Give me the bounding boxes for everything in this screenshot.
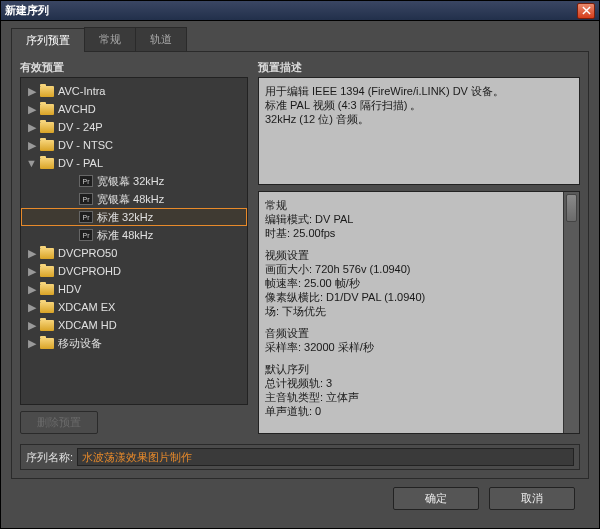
left-header: 有效预置 bbox=[20, 60, 248, 75]
detail-heading: 常规 bbox=[265, 198, 557, 212]
tab-panel: 有效预置 ▶AVC-Intra ▶AVCHD ▶DV - 24P ▶DV - N… bbox=[11, 52, 589, 479]
close-button[interactable] bbox=[577, 3, 595, 19]
detail-line: 单声道轨: 0 bbox=[265, 404, 557, 418]
tree-label: XDCAM EX bbox=[58, 301, 115, 313]
tree-item-mobile[interactable]: ▶移动设备 bbox=[21, 334, 247, 352]
detail-line: 时基: 25.00fps bbox=[265, 226, 557, 240]
folder-icon bbox=[40, 122, 54, 133]
sequence-name-row: 序列名称: bbox=[20, 444, 580, 470]
scrollbar[interactable] bbox=[563, 192, 579, 433]
chevron-right-icon: ▶ bbox=[27, 301, 36, 314]
ok-button[interactable]: 确定 bbox=[393, 487, 479, 510]
tree-label: XDCAM HD bbox=[58, 319, 117, 331]
delete-preset-button: 删除预置 bbox=[20, 411, 98, 434]
scroll-thumb[interactable] bbox=[566, 194, 577, 222]
folder-icon bbox=[40, 248, 54, 259]
tree-label: HDV bbox=[58, 283, 81, 295]
folder-icon bbox=[40, 86, 54, 97]
chevron-right-icon: ▶ bbox=[27, 247, 36, 260]
folder-icon bbox=[40, 338, 54, 349]
cancel-button[interactable]: 取消 bbox=[489, 487, 575, 510]
folder-icon bbox=[40, 158, 54, 169]
folder-icon bbox=[40, 320, 54, 331]
tree-label: 标准 48kHz bbox=[97, 228, 153, 243]
tab-preset[interactable]: 序列预置 bbox=[11, 28, 85, 52]
tree-item-dvpal-std48[interactable]: Pr标准 48kHz bbox=[21, 226, 247, 244]
preset-icon: Pr bbox=[79, 211, 93, 223]
dialog-window: 新建序列 序列预置 常规 轨道 有效预置 ▶AVC-Intra ▶AVCHD ▶… bbox=[0, 0, 600, 529]
preset-icon: Pr bbox=[79, 175, 93, 187]
tree-item-avchd[interactable]: ▶AVCHD bbox=[21, 100, 247, 118]
tree-item-dvcpro50[interactable]: ▶DVCPRO50 bbox=[21, 244, 247, 262]
details-wrap: 常规 编辑模式: DV PAL 时基: 25.00fps 视频设置 画面大小: … bbox=[258, 191, 580, 434]
window-title: 新建序列 bbox=[5, 3, 577, 18]
folder-icon bbox=[40, 140, 54, 151]
sequence-name-label: 序列名称: bbox=[26, 450, 73, 465]
detail-line: 画面大小: 720h 576v (1.0940) bbox=[265, 262, 557, 276]
detail-line: 编辑模式: DV PAL bbox=[265, 212, 557, 226]
tree-label: DV - NTSC bbox=[58, 139, 113, 151]
detail-line: 像素纵横比: D1/DV PAL (1.0940) bbox=[265, 290, 557, 304]
detail-line: 采样率: 32000 采样/秒 bbox=[265, 340, 557, 354]
tree-item-dvcprohd[interactable]: ▶DVCPROHD bbox=[21, 262, 247, 280]
columns: 有效预置 ▶AVC-Intra ▶AVCHD ▶DV - 24P ▶DV - N… bbox=[20, 60, 580, 434]
dialog-body: 序列预置 常规 轨道 有效预置 ▶AVC-Intra ▶AVCHD ▶DV - … bbox=[1, 21, 599, 528]
chevron-right-icon: ▶ bbox=[27, 283, 36, 296]
tree-item-xdcamex[interactable]: ▶XDCAM EX bbox=[21, 298, 247, 316]
left-column: 有效预置 ▶AVC-Intra ▶AVCHD ▶DV - 24P ▶DV - N… bbox=[20, 60, 248, 434]
tree-label: DV - PAL bbox=[58, 157, 103, 169]
spacer bbox=[265, 318, 557, 326]
right-header: 预置描述 bbox=[258, 60, 580, 75]
tree-item-hdv[interactable]: ▶HDV bbox=[21, 280, 247, 298]
tree-label: 宽银幕 48kHz bbox=[97, 192, 164, 207]
close-icon bbox=[582, 6, 591, 15]
tree-item-dvntsc[interactable]: ▶DV - NTSC bbox=[21, 136, 247, 154]
chevron-right-icon: ▶ bbox=[27, 319, 36, 332]
chevron-down-icon: ▼ bbox=[27, 157, 36, 169]
detail-line: 场: 下场优先 bbox=[265, 304, 557, 318]
tab-tracks[interactable]: 轨道 bbox=[135, 27, 187, 51]
detail-line: 主音轨类型: 立体声 bbox=[265, 390, 557, 404]
spacer bbox=[265, 240, 557, 248]
spacer bbox=[265, 354, 557, 362]
tree-label: DVCPROHD bbox=[58, 265, 121, 277]
tree-item-dv24p[interactable]: ▶DV - 24P bbox=[21, 118, 247, 136]
tree-label: 宽银幕 32kHz bbox=[97, 174, 164, 189]
tree-item-dvpal-std32[interactable]: Pr标准 32kHz bbox=[21, 208, 247, 226]
tab-general[interactable]: 常规 bbox=[84, 27, 136, 51]
tab-bar: 序列预置 常规 轨道 bbox=[11, 27, 589, 52]
tree-label: 标准 32kHz bbox=[97, 210, 153, 225]
detail-line: 帧速率: 25.00 帧/秒 bbox=[265, 276, 557, 290]
folder-icon bbox=[40, 266, 54, 277]
chevron-right-icon: ▶ bbox=[27, 337, 36, 350]
preset-icon: Pr bbox=[79, 193, 93, 205]
tree-item-dvpal[interactable]: ▼DV - PAL bbox=[21, 154, 247, 172]
desc-line: 32kHz (12 位) 音频。 bbox=[265, 112, 573, 126]
folder-icon bbox=[40, 104, 54, 115]
tree-label: AVCHD bbox=[58, 103, 96, 115]
chevron-right-icon: ▶ bbox=[27, 121, 36, 134]
preset-tree[interactable]: ▶AVC-Intra ▶AVCHD ▶DV - 24P ▶DV - NTSC ▼… bbox=[20, 77, 248, 405]
chevron-right-icon: ▶ bbox=[27, 139, 36, 152]
tree-item-xdcamhd[interactable]: ▶XDCAM HD bbox=[21, 316, 247, 334]
tree-item-dvpal-ws32[interactable]: Pr宽银幕 32kHz bbox=[21, 172, 247, 190]
title-bar[interactable]: 新建序列 bbox=[1, 1, 599, 21]
preset-icon: Pr bbox=[79, 229, 93, 241]
tree-label: AVC-Intra bbox=[58, 85, 105, 97]
detail-heading: 视频设置 bbox=[265, 248, 557, 262]
chevron-right-icon: ▶ bbox=[27, 265, 36, 278]
description-box: 用于编辑 IEEE 1394 (FireWire/i.LINK) DV 设备。 … bbox=[258, 77, 580, 185]
detail-heading: 音频设置 bbox=[265, 326, 557, 340]
desc-line: 用于编辑 IEEE 1394 (FireWire/i.LINK) DV 设备。 bbox=[265, 84, 573, 98]
right-column: 预置描述 用于编辑 IEEE 1394 (FireWire/i.LINK) DV… bbox=[258, 60, 580, 434]
sequence-name-input[interactable] bbox=[77, 448, 574, 466]
tree-item-dvpal-ws48[interactable]: Pr宽银幕 48kHz bbox=[21, 190, 247, 208]
folder-icon bbox=[40, 302, 54, 313]
tree-item-avcintra[interactable]: ▶AVC-Intra bbox=[21, 82, 247, 100]
details-box: 常规 编辑模式: DV PAL 时基: 25.00fps 视频设置 画面大小: … bbox=[259, 192, 563, 433]
footer: 确定 取消 bbox=[11, 479, 589, 520]
tree-label: DVCPRO50 bbox=[58, 247, 117, 259]
folder-icon bbox=[40, 284, 54, 295]
left-button-row: 删除预置 bbox=[20, 411, 248, 434]
tree-label: 移动设备 bbox=[58, 336, 102, 351]
